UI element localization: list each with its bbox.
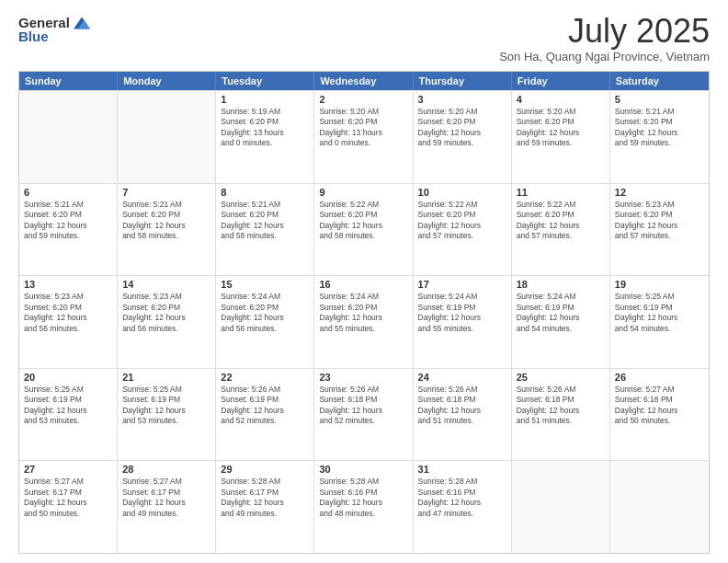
day-number: 25 [517, 372, 605, 383]
header: General Blue July 2025 Son Ha, Quang Nga… [18, 15, 710, 63]
cal-cell: 19Sunrise: 5:25 AM Sunset: 6:19 PM Dayli… [610, 276, 709, 368]
subtitle: Son Ha, Quang Ngai Province, Vietnam [499, 50, 710, 63]
day-info: Sunrise: 5:28 AM Sunset: 6:17 PM Dayligh… [221, 477, 309, 519]
cal-cell: 5Sunrise: 5:21 AM Sunset: 6:20 PM Daylig… [610, 91, 709, 183]
day-info: Sunrise: 5:23 AM Sunset: 6:20 PM Dayligh… [122, 292, 210, 334]
day-number: 5 [615, 94, 704, 105]
day-number: 30 [319, 464, 407, 475]
day-number: 13 [24, 279, 112, 290]
day-info: Sunrise: 5:27 AM Sunset: 6:18 PM Dayligh… [615, 385, 704, 427]
day-number: 6 [24, 187, 112, 198]
day-info: Sunrise: 5:21 AM Sunset: 6:20 PM Dayligh… [615, 107, 704, 149]
day-number: 18 [517, 279, 605, 290]
cal-cell: 8Sunrise: 5:21 AM Sunset: 6:20 PM Daylig… [216, 184, 314, 276]
cal-cell: 3Sunrise: 5:20 AM Sunset: 6:20 PM Daylig… [414, 91, 512, 183]
day-info: Sunrise: 5:25 AM Sunset: 6:19 PM Dayligh… [122, 385, 210, 427]
cal-cell: 9Sunrise: 5:22 AM Sunset: 6:20 PM Daylig… [314, 184, 413, 276]
day-number: 3 [418, 94, 506, 105]
cal-header-tuesday: Tuesday [216, 72, 314, 90]
cal-row-1: 1Sunrise: 5:19 AM Sunset: 6:20 PM Daylig… [19, 90, 709, 183]
day-number: 9 [319, 187, 407, 198]
day-number: 24 [418, 372, 506, 383]
page: General Blue July 2025 Son Ha, Quang Nga… [0, 0, 728, 563]
day-info: Sunrise: 5:21 AM Sunset: 6:20 PM Dayligh… [24, 200, 112, 242]
main-title: July 2025 [499, 15, 710, 48]
day-number: 21 [122, 372, 210, 383]
day-number: 14 [122, 279, 210, 290]
day-number: 23 [319, 372, 407, 383]
day-number: 11 [517, 187, 605, 198]
day-number: 8 [221, 187, 309, 198]
calendar-body: 1Sunrise: 5:19 AM Sunset: 6:20 PM Daylig… [19, 90, 709, 553]
day-info: Sunrise: 5:26 AM Sunset: 6:18 PM Dayligh… [418, 385, 506, 427]
cal-cell: 2Sunrise: 5:20 AM Sunset: 6:20 PM Daylig… [314, 91, 413, 183]
day-info: Sunrise: 5:19 AM Sunset: 6:20 PM Dayligh… [221, 107, 309, 149]
cal-cell: 20Sunrise: 5:25 AM Sunset: 6:19 PM Dayli… [19, 369, 118, 461]
day-number: 22 [221, 372, 309, 383]
day-number: 26 [615, 372, 704, 383]
day-info: Sunrise: 5:27 AM Sunset: 6:17 PM Dayligh… [122, 477, 210, 519]
day-number: 12 [615, 187, 704, 198]
cal-cell: 16Sunrise: 5:24 AM Sunset: 6:20 PM Dayli… [314, 276, 413, 368]
cal-header-wednesday: Wednesday [314, 72, 413, 90]
day-number: 19 [615, 279, 704, 290]
day-info: Sunrise: 5:28 AM Sunset: 6:16 PM Dayligh… [418, 477, 506, 519]
cal-cell: 24Sunrise: 5:26 AM Sunset: 6:18 PM Dayli… [414, 369, 512, 461]
cal-row-3: 13Sunrise: 5:23 AM Sunset: 6:20 PM Dayli… [19, 275, 709, 368]
cal-cell: 1Sunrise: 5:19 AM Sunset: 6:20 PM Daylig… [216, 91, 314, 183]
day-info: Sunrise: 5:21 AM Sunset: 6:20 PM Dayligh… [221, 200, 309, 242]
cal-header-friday: Friday [512, 72, 610, 90]
day-number: 10 [418, 187, 506, 198]
day-number: 17 [418, 279, 506, 290]
title-block: July 2025 Son Ha, Quang Ngai Province, V… [499, 15, 710, 63]
cal-cell: 15Sunrise: 5:24 AM Sunset: 6:20 PM Dayli… [216, 276, 314, 368]
day-info: Sunrise: 5:26 AM Sunset: 6:19 PM Dayligh… [221, 385, 309, 427]
cal-cell: 30Sunrise: 5:28 AM Sunset: 6:16 PM Dayli… [314, 461, 413, 553]
logo: General Blue [18, 15, 90, 44]
cal-header-thursday: Thursday [414, 72, 512, 90]
cal-cell: 27Sunrise: 5:27 AM Sunset: 6:17 PM Dayli… [19, 461, 118, 553]
day-number: 4 [517, 94, 605, 105]
cal-cell: 23Sunrise: 5:26 AM Sunset: 6:18 PM Dayli… [314, 369, 413, 461]
cal-row-2: 6Sunrise: 5:21 AM Sunset: 6:20 PM Daylig… [19, 183, 709, 276]
day-number: 27 [24, 464, 112, 475]
day-info: Sunrise: 5:24 AM Sunset: 6:20 PM Dayligh… [221, 292, 309, 334]
cal-header-sunday: Sunday [19, 72, 118, 90]
cal-cell: 14Sunrise: 5:23 AM Sunset: 6:20 PM Dayli… [118, 276, 216, 368]
cal-cell: 13Sunrise: 5:23 AM Sunset: 6:20 PM Dayli… [19, 276, 118, 368]
cal-cell: 11Sunrise: 5:22 AM Sunset: 6:20 PM Dayli… [512, 184, 610, 276]
cal-cell: 7Sunrise: 5:21 AM Sunset: 6:20 PM Daylig… [118, 184, 216, 276]
calendar-header-row: SundayMondayTuesdayWednesdayThursdayFrid… [19, 72, 709, 90]
day-number: 16 [319, 279, 407, 290]
day-info: Sunrise: 5:24 AM Sunset: 6:19 PM Dayligh… [418, 292, 506, 334]
cal-cell: 6Sunrise: 5:21 AM Sunset: 6:20 PM Daylig… [19, 184, 118, 276]
day-number: 15 [221, 279, 309, 290]
cal-cell: 21Sunrise: 5:25 AM Sunset: 6:19 PM Dayli… [118, 369, 216, 461]
day-number: 20 [24, 372, 112, 383]
day-info: Sunrise: 5:23 AM Sunset: 6:20 PM Dayligh… [615, 200, 704, 242]
logo-icon [74, 17, 90, 29]
cal-cell [610, 461, 709, 553]
cal-cell [118, 91, 216, 183]
cal-cell: 18Sunrise: 5:24 AM Sunset: 6:19 PM Dayli… [512, 276, 610, 368]
day-info: Sunrise: 5:21 AM Sunset: 6:20 PM Dayligh… [122, 200, 210, 242]
day-info: Sunrise: 5:25 AM Sunset: 6:19 PM Dayligh… [615, 292, 704, 334]
day-info: Sunrise: 5:28 AM Sunset: 6:16 PM Dayligh… [319, 477, 407, 519]
cal-header-saturday: Saturday [610, 72, 709, 90]
day-info: Sunrise: 5:22 AM Sunset: 6:20 PM Dayligh… [517, 200, 605, 242]
calendar: SundayMondayTuesdayWednesdayThursdayFrid… [18, 71, 710, 554]
cal-cell: 31Sunrise: 5:28 AM Sunset: 6:16 PM Dayli… [414, 461, 512, 553]
cal-row-5: 27Sunrise: 5:27 AM Sunset: 6:17 PM Dayli… [19, 460, 709, 553]
day-number: 31 [418, 464, 506, 475]
cal-cell: 4Sunrise: 5:20 AM Sunset: 6:20 PM Daylig… [512, 91, 610, 183]
cal-cell: 25Sunrise: 5:26 AM Sunset: 6:18 PM Dayli… [512, 369, 610, 461]
day-info: Sunrise: 5:20 AM Sunset: 6:20 PM Dayligh… [418, 107, 506, 149]
cal-cell: 22Sunrise: 5:26 AM Sunset: 6:19 PM Dayli… [216, 369, 314, 461]
day-info: Sunrise: 5:22 AM Sunset: 6:20 PM Dayligh… [418, 200, 506, 242]
cal-cell [512, 461, 610, 553]
cal-cell [19, 91, 118, 183]
logo-blue: Blue [18, 29, 49, 44]
day-info: Sunrise: 5:27 AM Sunset: 6:17 PM Dayligh… [24, 477, 112, 519]
cal-cell: 17Sunrise: 5:24 AM Sunset: 6:19 PM Dayli… [414, 276, 512, 368]
day-info: Sunrise: 5:22 AM Sunset: 6:20 PM Dayligh… [319, 200, 407, 242]
